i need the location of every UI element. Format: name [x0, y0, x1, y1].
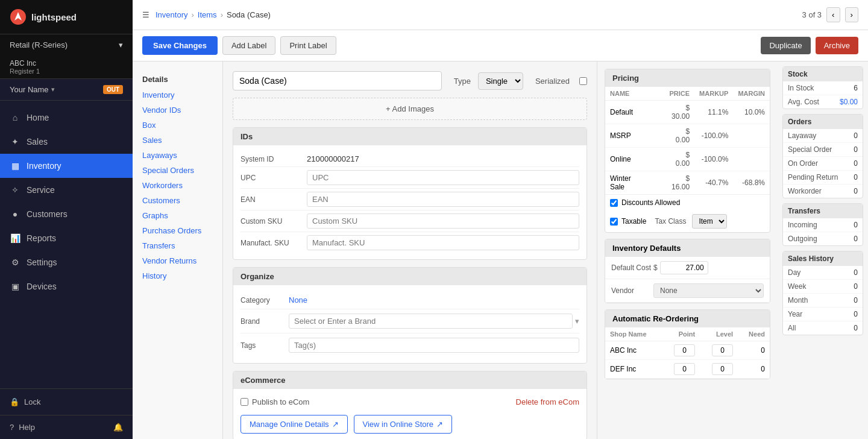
logo[interactable]: lightspeed: [0, 0, 133, 34]
lock-button[interactable]: 🔒 Lock: [0, 389, 133, 415]
duplicate-button[interactable]: Duplicate: [761, 37, 810, 54]
add-images-button[interactable]: + Add Images: [233, 98, 587, 120]
sub-nav-item-customers[interactable]: Customers: [133, 193, 222, 208]
delete-from-ecom-link[interactable]: Delete from eCom: [516, 397, 579, 406]
sidebar-item-customers[interactable]: ● Customers: [0, 202, 133, 226]
type-select[interactable]: Single Box: [478, 72, 523, 90]
pricing-header: Pricing: [605, 69, 770, 87]
sub-nav-item-vendor-returns[interactable]: Vendor Returns: [133, 253, 222, 268]
ecommerce-section-header: eCommerce: [233, 371, 587, 389]
pricing-row[interactable]: Winter Sale $ 16.00 -40.7% -68.8%: [605, 171, 770, 195]
sidebar-item-reports[interactable]: 📊 Reports: [0, 226, 133, 250]
reorder-point-input[interactable]: [674, 363, 695, 375]
sub-nav-item-workorders[interactable]: Workorders: [133, 178, 222, 193]
price-markup: -40.7%: [694, 171, 733, 195]
sidebar-item-sales[interactable]: ✦ Sales: [0, 130, 133, 154]
organize-section-header: Organize: [233, 268, 587, 285]
transfer-row: Outgoing0: [783, 232, 863, 245]
custom-sku-input[interactable]: [307, 213, 579, 229]
discounts-checkbox[interactable]: [610, 199, 618, 207]
sub-nav-item-purchase-orders[interactable]: Purchase Orders: [133, 223, 222, 238]
ids-section-body: System ID 210000000217 UPC EAN Custom SK…: [233, 145, 587, 259]
tax-class-select[interactable]: Item: [692, 214, 727, 229]
category-value[interactable]: None: [289, 295, 307, 305]
transfer-label: Incoming: [788, 221, 817, 229]
order-value: 0: [854, 173, 858, 182]
sub-nav-item-history[interactable]: History: [133, 268, 222, 283]
auto-reorder-header: Automatic Re-Ordering: [605, 310, 770, 327]
price-value[interactable]: 16.00: [659, 183, 690, 191]
sidebar-bottom: 🔒 Lock ? Help 🔔: [0, 388, 133, 439]
pricing-row[interactable]: Online $ 0.00 -100.0%: [605, 148, 770, 171]
user-name-label[interactable]: Your Name ▾: [10, 85, 55, 94]
price-name: MSRP: [605, 124, 650, 148]
price-currency: $ 30.00: [650, 101, 694, 124]
avg-cost-row: Avg. Cost $0.00: [783, 95, 863, 109]
reorder-need: 0: [738, 360, 770, 379]
reorder-level-input[interactable]: [712, 363, 733, 375]
ean-input[interactable]: [307, 192, 579, 207]
item-name-input[interactable]: [233, 71, 442, 90]
breadcrumb-inventory[interactable]: Inventory: [156, 10, 187, 19]
reorder-shop: ABC Inc: [605, 341, 662, 360]
sub-nav-item-transfers[interactable]: Transfers: [133, 238, 222, 253]
default-cost-input[interactable]: [660, 261, 708, 274]
sub-nav-item-graphs[interactable]: Graphs: [133, 208, 222, 223]
brand-input[interactable]: [289, 314, 573, 329]
price-margin: [733, 124, 770, 148]
next-item-button[interactable]: ›: [845, 7, 858, 22]
serialized-checkbox[interactable]: [579, 77, 587, 85]
add-label-button[interactable]: Add Label: [222, 36, 276, 55]
ecommerce-body: Publish to eCom Delete from eCom Manage …: [233, 389, 587, 439]
orders-card: Orders Layaway0Special Order0On Order0Pe…: [782, 114, 863, 198]
publish-label[interactable]: Publish to eCom: [241, 397, 309, 406]
upc-row: UPC: [241, 167, 579, 189]
view-online-store-button[interactable]: View in Online Store ↗: [354, 415, 453, 434]
pricing-row[interactable]: Default $ 30.00 11.1% 10.0%: [605, 101, 770, 124]
taxable-checkbox[interactable]: [610, 218, 618, 226]
order-label: Workorder: [788, 187, 822, 195]
price-value[interactable]: 0.00: [659, 136, 690, 144]
prev-item-button[interactable]: ‹: [826, 7, 840, 22]
logo-text: lightspeed: [31, 12, 77, 22]
sidebar-item-inventory[interactable]: ▦ Inventory: [0, 154, 133, 178]
price-value[interactable]: 30.00: [659, 112, 690, 121]
orders-header: Orders: [783, 115, 863, 129]
pricing-row[interactable]: MSRP $ 0.00 -100.0%: [605, 124, 770, 148]
sub-nav-item-sales[interactable]: Sales: [133, 133, 222, 148]
sidebar-item-settings[interactable]: ⚙ Settings: [0, 250, 133, 274]
save-changes-button[interactable]: Save Changes: [142, 36, 218, 55]
help-button[interactable]: ? Help 🔔: [0, 415, 133, 439]
external-link-icon: ↗: [332, 420, 339, 429]
ids-section-header: IDs: [233, 128, 587, 145]
sidebar-item-service[interactable]: ✧ Service: [0, 178, 133, 202]
sales-period-value: 0: [854, 324, 858, 332]
reorder-level-input[interactable]: [712, 344, 733, 356]
help-icon: ?: [10, 423, 14, 432]
main-nav: ⌂ Home ✦ Sales ▦ Inventory ✧ Service ● C…: [0, 101, 133, 388]
manage-online-details-button[interactable]: Manage Online Details ↗: [241, 415, 348, 434]
sub-nav-item-layaways[interactable]: Layaways: [133, 148, 222, 163]
sub-nav-item-box[interactable]: Box: [133, 118, 222, 133]
vendor-select[interactable]: None: [653, 283, 764, 298]
archive-button[interactable]: Archive: [816, 37, 858, 54]
lock-icon: 🔒: [10, 397, 19, 406]
publish-checkbox[interactable]: [241, 398, 248, 406]
sub-nav-item-vendor-ids[interactable]: Vendor IDs: [133, 103, 222, 118]
system-id-row: System ID 210000000217: [241, 151, 579, 167]
breadcrumb-items[interactable]: Items: [198, 10, 217, 19]
sidebar-item-home[interactable]: ⌂ Home: [0, 106, 133, 130]
sales-history-card: Sales History Day0Week0Month0Year0All0: [782, 251, 863, 335]
manufact-sku-input[interactable]: [307, 235, 579, 250]
price-value[interactable]: 0.00: [659, 159, 690, 168]
store-selector[interactable]: Retail (R-Series) ▾: [0, 34, 133, 55]
sub-nav-item-special-orders[interactable]: Special Orders: [133, 163, 222, 178]
sidebar-item-devices[interactable]: ▣ Devices: [0, 274, 133, 298]
brand-row: Brand ▾: [241, 309, 579, 333]
reorder-point-input[interactable]: [674, 344, 695, 356]
discounts-label: Discounts Allowed: [621, 198, 680, 207]
sub-nav-item-inventory[interactable]: Inventory: [133, 87, 222, 103]
print-label-button[interactable]: Print Label: [280, 36, 336, 55]
upc-input[interactable]: [307, 170, 579, 185]
tags-input[interactable]: [289, 338, 579, 353]
